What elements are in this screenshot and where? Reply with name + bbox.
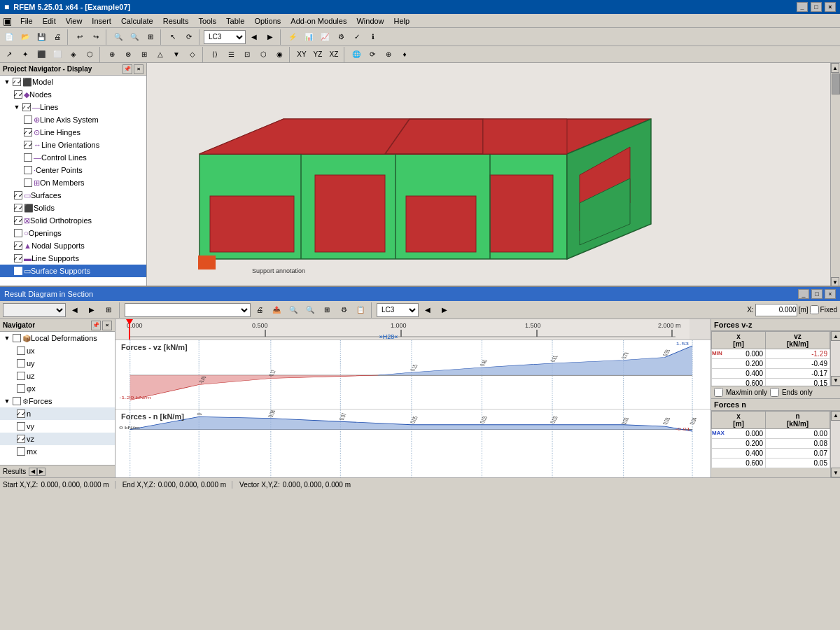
tb2-20[interactable]: XZ — [326, 47, 342, 62]
result-lc-dropdown[interactable]: LC3 — [377, 303, 419, 317]
tree-uz[interactable]: uz — [0, 370, 115, 382]
tb-rotate[interactable]: ⟳ — [181, 29, 197, 45]
tree-lines[interactable]: ▼ ✓ — Lines — [0, 101, 146, 113]
result-fit-btn[interactable]: ⊞ — [319, 302, 335, 318]
cb-uz[interactable] — [17, 372, 25, 380]
menu-file[interactable]: File — [16, 16, 37, 26]
tree-local-def[interactable]: ▼ 📦 Local Deformations — [0, 332, 115, 344]
lc-dropdown[interactable]: LC3 LC1 LC2 — [204, 30, 246, 44]
result-minimize-btn[interactable]: _ — [798, 289, 809, 299]
menu-window[interactable]: Window — [352, 16, 388, 26]
menu-addon[interactable]: Add-on Modules — [286, 16, 351, 26]
result-zoomout-btn[interactable]: 🔍 — [302, 302, 318, 318]
cb-surfaces[interactable]: ✓ — [14, 191, 22, 200]
cb-openings[interactable] — [14, 229, 22, 237]
x-value-input[interactable] — [755, 304, 797, 316]
table-vz-scroll[interactable]: x[m] vz[kN/m] MIN 0.000 — [711, 331, 830, 386]
cb-mx[interactable] — [17, 447, 25, 456]
tree-control-lines[interactable]: — Control Lines — [0, 151, 146, 164]
cb-vy[interactable] — [17, 422, 25, 430]
expand-lines[interactable]: ▼ — [13, 103, 21, 111]
cb-phix[interactable] — [17, 384, 25, 393]
result-export-btn[interactable]: 📤 — [269, 302, 284, 318]
tb-zoom-out[interactable]: 🔍 — [127, 29, 142, 45]
tree-nodes[interactable]: ✓ ◆ Nodes — [0, 88, 146, 101]
cb-line-axis[interactable] — [24, 115, 32, 124]
cb-n[interactable]: ✓ — [17, 410, 25, 418]
nav-pin2[interactable]: 📌 — [91, 321, 101, 330]
tb-prev-lc[interactable]: ◀ — [246, 29, 262, 45]
menu-tools[interactable]: Tools — [194, 16, 220, 26]
scroll-thumb[interactable] — [832, 74, 840, 94]
scroll-down-vz[interactable]: ▼ — [831, 376, 840, 386]
tb-diagram[interactable]: 📈 — [317, 29, 332, 45]
result-table-btn[interactable]: 📋 — [353, 302, 368, 318]
result-print-btn[interactable]: 🖨 — [252, 302, 267, 318]
cb-vz[interactable]: ✓ — [17, 435, 25, 443]
tree-line-orient[interactable]: ✓ ↔ Line Orientations — [0, 139, 146, 151]
tb-print[interactable]: 🖨 — [50, 29, 65, 45]
result-maximize-btn[interactable]: □ — [811, 289, 822, 299]
tb2-19[interactable]: YZ — [310, 47, 326, 62]
tb-open[interactable]: 📂 — [18, 29, 33, 45]
tree-forces[interactable]: ▼ ⚙ Forces — [0, 395, 115, 407]
result-close-btn[interactable]: × — [825, 289, 836, 299]
result-settings-btn[interactable]: ⚙ — [336, 302, 351, 318]
tb2-6[interactable]: ⬡ — [82, 47, 97, 62]
tb-new[interactable]: 📄 — [1, 29, 17, 45]
tb2-11[interactable]: ▼ — [169, 47, 184, 62]
tb-zoom-in[interactable]: 🔍 — [111, 29, 126, 45]
cb-line-orient[interactable]: ✓ — [24, 141, 32, 149]
cb-nodal-supports[interactable]: ✓ — [14, 241, 22, 250]
tb-undo[interactable]: ↩ — [72, 29, 88, 45]
result-prev-btn[interactable]: ◀ — [67, 302, 83, 318]
cb-line-supports[interactable]: ✓ — [14, 254, 22, 262]
expand-forces[interactable]: ▼ — [3, 397, 11, 405]
tb-save[interactable]: 💾 — [34, 29, 49, 45]
result-nav-dropdown[interactable] — [3, 303, 66, 317]
results-left-btn[interactable]: ◀ — [29, 468, 37, 476]
tree-model[interactable]: ▼ ✓ ⬛ Model — [0, 76, 146, 88]
menu-calculate[interactable]: Calculate — [117, 16, 158, 26]
expand-model[interactable]: ▼ — [3, 78, 11, 86]
tree-vz[interactable]: ✓ vz — [0, 433, 115, 445]
result-next-btn[interactable]: ▶ — [84, 302, 99, 318]
tree-center-pts[interactable]: · Center Points — [0, 164, 146, 176]
tb2-7[interactable]: ⊕ — [104, 47, 120, 62]
results-right-btn[interactable]: ▶ — [37, 468, 46, 476]
tree-phix[interactable]: φx — [0, 382, 115, 395]
tb2-8[interactable]: ⊗ — [120, 47, 136, 62]
result-lc-next[interactable]: ▶ — [437, 302, 452, 318]
tb2-9[interactable]: ⊞ — [136, 47, 152, 62]
tb2-16[interactable]: ⬡ — [255, 47, 271, 62]
cb-solid-ortho[interactable]: ✓ — [14, 216, 22, 225]
expand-local-def[interactable]: ▼ — [3, 334, 11, 342]
menu-view[interactable]: View — [62, 16, 87, 26]
tree-line-supports[interactable]: ✓ ▬ Line Supports — [0, 252, 146, 265]
tree-on-members[interactable]: ⊞ On Members — [0, 176, 146, 189]
tb-check[interactable]: ✓ — [349, 29, 365, 45]
cb-ux[interactable] — [17, 346, 25, 355]
tree-ux[interactable]: ux — [0, 344, 115, 357]
result-section-dropdown[interactable] — [125, 303, 251, 317]
tree-surface-supports[interactable]: ✓ ▭ Surface Supports — [0, 265, 146, 277]
maxmin-only-cb[interactable] — [714, 388, 723, 397]
cb-line-hinges[interactable]: ✓ — [24, 128, 32, 136]
menu-table[interactable]: Table — [222, 16, 248, 26]
cb-lines[interactable]: ✓ — [22, 103, 31, 111]
menu-edit[interactable]: Edit — [38, 16, 60, 26]
tb-next-lc[interactable]: ▶ — [262, 29, 278, 45]
cb-nodes[interactable]: ✓ — [14, 90, 22, 99]
tb2-1[interactable]: ↗ — [1, 47, 17, 62]
tb2-13[interactable]: ⟨⟩ — [207, 47, 223, 62]
fixed-checkbox[interactable] — [810, 305, 819, 314]
cb-on-members[interactable] — [24, 178, 32, 187]
tb2-14[interactable]: ☰ — [223, 47, 239, 62]
scroll-up-vz[interactable]: ▲ — [831, 331, 840, 341]
ends-only-cb[interactable] — [770, 388, 779, 397]
tb2-18[interactable]: XY — [294, 47, 309, 62]
tree-vy[interactable]: vy — [0, 420, 115, 433]
tb2-17[interactable]: ◉ — [272, 47, 287, 62]
cb-model[interactable]: ✓ — [13, 78, 21, 86]
table-n-scroll[interactable]: x[m] n[kN/m] MAX 0.000 — [711, 411, 830, 478]
